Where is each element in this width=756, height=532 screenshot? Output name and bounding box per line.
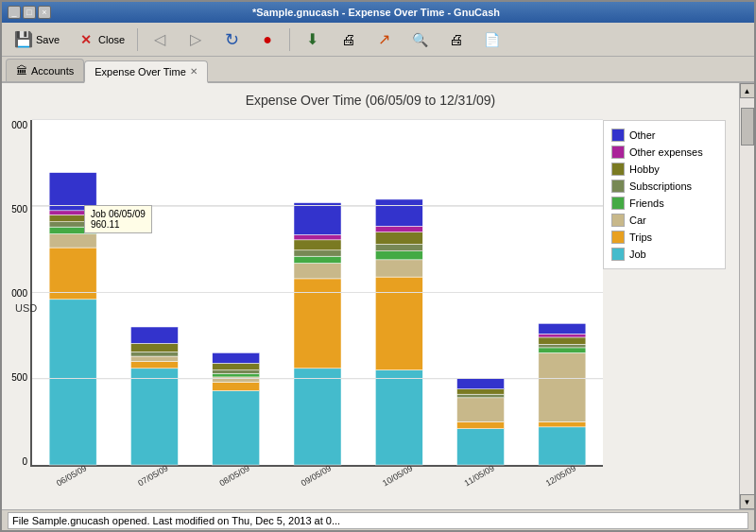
svg-rect-52 [539, 427, 586, 465]
tooltip-line1: Job 06/05/09 [91, 209, 146, 219]
legend-color-friends [611, 197, 625, 210]
main-window: _ □ × *Sample.gnucash - Expense Over Tim… [0, 0, 756, 532]
expense-tab-close[interactable]: ✕ [190, 66, 198, 77]
scrollbar-thumb[interactable] [741, 108, 754, 146]
save-label: Save [36, 34, 60, 45]
window-title: *Sample.gnucash - Expense Over Time - Gn… [252, 7, 500, 18]
legend-color-other [611, 129, 625, 142]
print2-icon: 🖨 [446, 30, 465, 49]
svg-rect-3 [49, 300, 96, 465]
chart-area: Expense Over Time (06/05/09 to 12/31/09)… [2, 83, 739, 509]
chart-title: Expense Over Time (06/05/09 to 12/31/09) [246, 93, 496, 108]
svg-rect-50 [457, 379, 505, 389]
legend-label-job: Job [629, 249, 646, 260]
legend-label-car: Car [629, 215, 646, 226]
svg-rect-14 [130, 356, 178, 361]
print2-button[interactable]: 🖨 [439, 26, 472, 53]
svg-rect-34 [294, 203, 341, 235]
record-button[interactable]: ● [251, 26, 284, 53]
tab-accounts[interactable]: 🏛 Accounts [6, 59, 84, 81]
legend-label-other-expenses: Other expenses [629, 146, 703, 158]
svg-rect-56 [539, 344, 586, 348]
legend-label-hobby: Hobby [629, 163, 660, 175]
svg-rect-53 [539, 421, 586, 426]
download-button[interactable]: ⬇ [296, 26, 328, 53]
svg-rect-54 [539, 352, 586, 421]
y-tick-500: 500 [11, 372, 30, 383]
legend-label-friends: Friends [629, 197, 664, 209]
svg-rect-59 [539, 323, 586, 334]
svg-text:10/05/09: 10/05/09 [381, 463, 414, 488]
svg-rect-39 [375, 251, 422, 260]
vertical-scrollbar[interactable]: ▲ ▼ [739, 83, 754, 509]
chart-svg: 06/05/0907/05/0908/05/0909/05/0910/05/09… [32, 120, 603, 465]
svg-rect-16 [130, 343, 178, 352]
back-icon: ◁ [150, 30, 169, 49]
download-icon: ⬇ [302, 30, 321, 49]
svg-rect-17 [130, 327, 178, 343]
svg-text:07/05/09: 07/05/09 [136, 463, 169, 488]
svg-rect-13 [130, 362, 178, 369]
scrollbar-up-arrow[interactable]: ▲ [740, 83, 755, 98]
svg-rect-20 [213, 382, 260, 390]
legend-color-job [611, 248, 625, 261]
svg-rect-25 [213, 352, 260, 363]
legend-item-car: Car [611, 214, 717, 227]
svg-rect-38 [375, 260, 422, 277]
legend-label-other: Other [629, 129, 656, 141]
tooltip-line2: 960.11 [91, 219, 146, 230]
close-button[interactable]: ✕ Close [70, 26, 131, 53]
status-bar: File Sample.gnucash opened. Last modifie… [2, 509, 754, 530]
svg-rect-15 [130, 352, 178, 356]
svg-rect-32 [294, 240, 341, 250]
svg-rect-12 [130, 369, 178, 465]
forward-icon: ▷ [186, 30, 205, 49]
gridline-2000 [32, 119, 603, 120]
svg-text:08/05/09: 08/05/09 [218, 463, 251, 488]
toolbar: 💾 Save ✕ Close ◁ ▷ ↻ ● ⬇ 🖨 ↗ 🔍 [2, 23, 754, 57]
refresh-button[interactable]: ↻ [215, 26, 248, 53]
save-button[interactable]: 💾 Save [8, 26, 66, 53]
svg-rect-33 [294, 234, 341, 239]
svg-rect-24 [213, 363, 260, 369]
pdf-icon: 📄 [482, 30, 501, 49]
y-tick-1000: 1000 [11, 288, 30, 299]
status-message: File Sample.gnucash opened. Last modifie… [12, 515, 340, 526]
legend-color-trips [611, 231, 625, 244]
accounts-tab-label: Accounts [31, 65, 74, 77]
title-bar: _ □ × *Sample.gnucash - Expense Over Tim… [2, 2, 754, 23]
forward-button[interactable]: ▷ [180, 26, 212, 53]
window-minimize-btn[interactable]: _ [8, 6, 21, 19]
print-button[interactable]: 🖨 [332, 26, 364, 53]
window-controls[interactable]: _ □ × [8, 6, 51, 19]
svg-rect-49 [457, 389, 505, 394]
legend-label-trips: Trips [629, 232, 652, 243]
zoom-button[interactable]: 🔍 [404, 26, 436, 53]
chart-tooltip: Job 06/05/09 960.11 [84, 205, 152, 233]
pdf-button[interactable]: 📄 [475, 26, 507, 53]
svg-rect-43 [375, 199, 422, 226]
svg-rect-40 [375, 244, 422, 250]
tab-expense-over-time[interactable]: Expense Over Time ✕ [84, 60, 208, 83]
close-label: Close [98, 34, 125, 45]
legend-color-car [611, 214, 625, 227]
svg-rect-48 [457, 394, 505, 398]
save-icon: 💾 [14, 30, 33, 49]
back-button[interactable]: ◁ [144, 26, 176, 53]
svg-text:11/05/09: 11/05/09 [462, 463, 495, 488]
window-close-btn[interactable]: × [38, 6, 51, 19]
svg-rect-55 [539, 348, 586, 352]
legend-label-subscriptions: Subscriptions [629, 180, 692, 192]
svg-rect-5 [49, 233, 96, 248]
tabs-bar: 🏛 Accounts Expense Over Time ✕ [2, 57, 754, 83]
legend-item-hobby: Hobby [611, 163, 717, 176]
legend-color-subscriptions [611, 180, 625, 193]
window-maximize-btn[interactable]: □ [23, 6, 36, 19]
scrollbar-track[interactable] [740, 98, 754, 494]
chart-legend: Other Other expenses Hobby Subscriptions [603, 120, 726, 269]
print-icon: 🖨 [338, 30, 357, 49]
export-button[interactable]: ↗ [368, 26, 400, 53]
svg-rect-29 [294, 263, 341, 278]
scrollbar-down-arrow[interactable]: ▼ [740, 494, 755, 509]
legend-item-trips: Trips [611, 231, 717, 244]
